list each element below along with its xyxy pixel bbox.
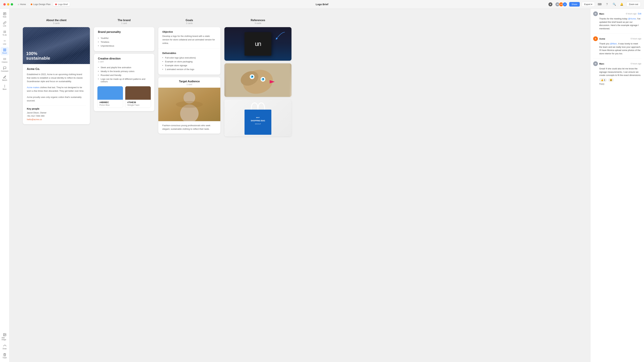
sidebar-item-comment[interactable]: Comment bbox=[1, 65, 9, 73]
sidebar-item-trash[interactable]: Trash bbox=[1, 352, 9, 360]
creative-title: Creative direction bbox=[98, 57, 150, 60]
trash-icon bbox=[3, 353, 6, 356]
references-column-title: References bbox=[224, 19, 292, 22]
brand-column-title: The brand bbox=[94, 19, 154, 22]
export-label: Export bbox=[584, 3, 591, 5]
recording-icon[interactable] bbox=[548, 2, 553, 7]
help-icon[interactable]: ? bbox=[604, 2, 610, 7]
deliverables-title: Deliverables bbox=[162, 52, 216, 54]
sidebar-item-note[interactable]: Note bbox=[1, 11, 9, 19]
tab-logo-plan-label: Logo Design Plan bbox=[33, 3, 51, 5]
sidebar-item-link[interactable]: Link bbox=[1, 20, 9, 28]
creative-card[interactable]: Creative direction 1 card Sleek and play… bbox=[94, 54, 154, 111]
comment-1: M Marc 6 hours ago Edit Thanks for the m… bbox=[593, 11, 641, 30]
tab-home[interactable]: ⌂ Home bbox=[16, 2, 28, 6]
search-icon[interactable]: 🔍 bbox=[612, 2, 617, 7]
reaction-thumbsup[interactable]: 👍 1 bbox=[599, 78, 607, 82]
share-button[interactable]: Share bbox=[569, 2, 580, 6]
about-column-title: About the client bbox=[23, 19, 90, 22]
trait-unpretentious: Unpretentious bbox=[98, 44, 150, 48]
color-swatches: #4B99EC Picton Blue #704E36 Shingle Fawn bbox=[94, 86, 154, 111]
tab-logo-brief[interactable]: Logo Brief bbox=[53, 2, 70, 6]
deliverables-list: Full-color logo (plus executions) Exampl… bbox=[162, 56, 216, 71]
person-email[interactable]: hello@acme.co bbox=[27, 118, 42, 121]
sidebar-item-board[interactable]: Board bbox=[1, 47, 9, 55]
swatch-blue-hex: #4B99EC bbox=[100, 101, 121, 104]
acme-link[interactable]: Acme makes bbox=[27, 86, 40, 89]
creative-bullets: Sleek and playful line animation Ideally… bbox=[94, 65, 154, 86]
svg-point-30 bbox=[252, 76, 253, 77]
audience-card[interactable]: Target Audience 1 card bbox=[158, 77, 220, 134]
signage-ref-card[interactable]: un bbox=[224, 27, 292, 61]
creative-item-2: Ideally in the brands primary colors bbox=[98, 69, 150, 73]
minimize-btn[interactable] bbox=[7, 3, 10, 5]
main-canvas[interactable]: About the client 3 cards 100% sustainabl… bbox=[10, 9, 644, 362]
more-label: More bbox=[3, 88, 6, 90]
deliverable-3: Example store signage bbox=[162, 63, 216, 67]
comment-3-avatar: M bbox=[593, 61, 598, 66]
comment-3-reply[interactable]: Reply bbox=[599, 83, 641, 85]
bag-ref-card[interactable]: BEST SHOPPING BAG MOCKUP bbox=[224, 99, 292, 136]
sidebar-item-add-image[interactable]: Add image bbox=[1, 332, 9, 342]
about-card[interactable]: 100% sustainable Acme Co. Established in… bbox=[23, 27, 90, 124]
sidebar-item-draw[interactable]: Draw bbox=[1, 343, 9, 351]
comment-2-header: A Acme 6 hours ago bbox=[593, 36, 641, 41]
svg-point-18 bbox=[4, 87, 5, 87]
svg-text:SHOPPING BAG: SHOPPING BAG bbox=[251, 120, 265, 122]
todo-label: To-do bbox=[2, 34, 7, 36]
goals-column-subtitle: 2 cards bbox=[158, 22, 220, 24]
tab-logo-design-plan[interactable]: Logo Design Plan bbox=[29, 2, 53, 6]
references-column-header: References 3 cards bbox=[224, 19, 292, 24]
sidebar: Note Link To-do Line Board Column Commen… bbox=[0, 9, 10, 362]
svg-point-33 bbox=[263, 78, 264, 79]
comment-1-author: Marc bbox=[599, 12, 604, 15]
home-icon: ⌂ bbox=[18, 3, 19, 5]
creative-subtitle: 1 card bbox=[98, 60, 150, 63]
comment-1-edit[interactable]: Edit bbox=[638, 12, 641, 15]
brand-card[interactable]: Brand personality Youthful Timeless Unpr… bbox=[94, 27, 154, 51]
comment-3-header: M Marc 6 hours ago bbox=[593, 61, 641, 66]
sidebar-item-todo[interactable]: To-do bbox=[1, 29, 9, 37]
overlay-text: 100% sustainable bbox=[26, 51, 50, 61]
svg-point-24 bbox=[176, 101, 203, 108]
zoom-button[interactable]: Zoom out bbox=[626, 2, 641, 7]
comment-3-reactions: 👍 1 😄 bbox=[599, 78, 641, 82]
comment-2-pre: Thank you bbox=[599, 42, 610, 45]
bag-container: BEST SHOPPING BAG MOCKUP bbox=[241, 99, 275, 136]
collaborators-avatars: M A J bbox=[555, 2, 567, 7]
about-card-body: Acme Co. Established in 2022, Acme is an… bbox=[23, 64, 90, 124]
sidebar-item-column[interactable]: Column bbox=[1, 56, 9, 64]
bird-ref-card[interactable] bbox=[224, 63, 292, 97]
sidebar-item-more[interactable]: More bbox=[1, 83, 9, 91]
keyboard-icon[interactable]: ⌨ bbox=[597, 2, 602, 7]
company-desc-2: Acme makes clothes that last. They're no… bbox=[27, 86, 86, 93]
svg-text:MOCKUP: MOCKUP bbox=[255, 123, 261, 125]
comment-1-mention[interactable]: @Acme bbox=[628, 17, 636, 20]
brand-column-subtitle: 1 card bbox=[94, 22, 154, 24]
creative-item-1: Sleek and playful line animation bbox=[98, 65, 150, 69]
canvas-content: About the client 3 cards 100% sustainabl… bbox=[10, 9, 644, 149]
svg-point-0 bbox=[550, 4, 551, 5]
maximize-btn[interactable] bbox=[11, 3, 13, 5]
svg-text:BEST: BEST bbox=[256, 117, 260, 118]
export-button[interactable]: Export ▾ bbox=[582, 2, 595, 7]
more-icon bbox=[3, 84, 6, 88]
bird-svg bbox=[226, 63, 290, 97]
titlebar: ⌂ Home Logo Design Plan Logo Brief Logo … bbox=[0, 0, 644, 9]
comment-3-time: 6 hours ago bbox=[631, 62, 641, 65]
bird-image bbox=[224, 63, 292, 97]
sidebar-item-line[interactable]: Line bbox=[1, 38, 9, 46]
board-label: Board bbox=[2, 52, 7, 54]
notifications-icon[interactable]: 🔔 bbox=[619, 2, 624, 7]
chevron-down-icon: ▾ bbox=[591, 3, 592, 5]
signage-image: un bbox=[224, 27, 292, 61]
close-btn[interactable] bbox=[3, 3, 6, 5]
comment-2-mention[interactable]: @Marc bbox=[610, 42, 617, 45]
goals-card[interactable]: Objective Develop a logo for the clothin… bbox=[158, 27, 220, 75]
comment-icon bbox=[3, 66, 6, 70]
record-btn[interactable] bbox=[548, 2, 553, 7]
trait-timeless: Timeless bbox=[98, 40, 150, 44]
reaction-smile[interactable]: 😄 bbox=[608, 78, 614, 82]
sidebar-item-sketch[interactable]: Sketch bbox=[1, 74, 9, 82]
overlay-line2: sustainable bbox=[26, 56, 50, 61]
